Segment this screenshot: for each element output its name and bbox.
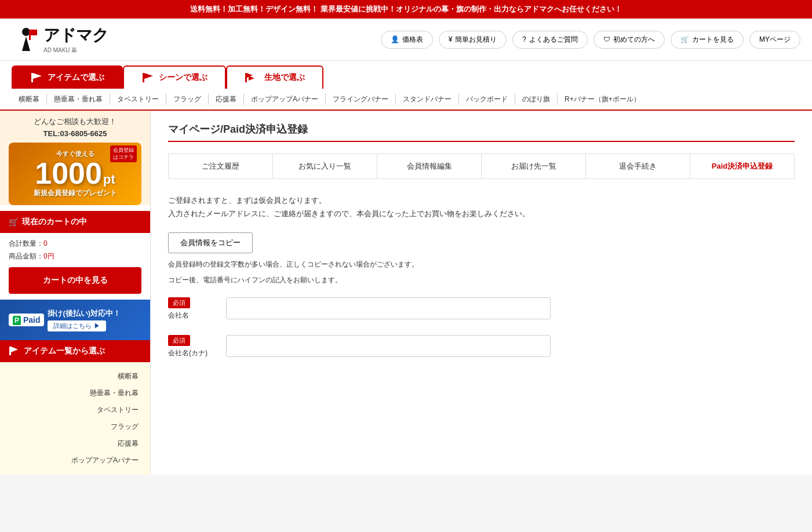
sidebar-items-section: アイテム一覧から選ぶ — [0, 340, 150, 362]
svg-rect-5 — [143, 73, 144, 82]
svg-marker-6 — [144, 73, 153, 79]
sidebar-item-kensui[interactable]: 懸垂幕・垂れ幕 — [0, 385, 150, 402]
logo-icon — [12, 25, 41, 54]
sub-nav-flying[interactable]: フライングバナー — [326, 93, 396, 105]
tab-paid[interactable]: Paid決済申込登録 — [690, 154, 794, 178]
cart-button[interactable]: 🛒 カートを見る — [671, 31, 744, 49]
tab-delivery[interactable]: お届け先一覧 — [482, 154, 586, 178]
sidebar-promo-header: どんなご相談も大歓迎！ TEL:03-6805-6625 今すぐ使える 1000… — [0, 111, 150, 205]
sidebar-item-flag[interactable]: フラッグ — [0, 418, 150, 435]
faq-button[interactable]: ? よくあるご質問 — [512, 31, 588, 49]
svg-rect-2 — [29, 30, 37, 35]
flag-icon-scene — [141, 72, 154, 83]
logo-area: アドマク AD MAKU 幕 — [12, 24, 108, 54]
field-label-company-kana: 会社名(カナ) — [168, 348, 207, 358]
logo-sub: AD MAKU 幕 — [43, 46, 108, 54]
cart-icon-sidebar: 🛒 — [9, 217, 19, 227]
page-title: マイページ/Paid決済申込登録 — [168, 122, 795, 142]
sidebar-item-tapestry[interactable]: タペストリー — [0, 402, 150, 418]
paid-banner: P Paid 掛け(後払い)対応中！ 詳細はこちら ▶ — [0, 300, 150, 340]
sidebar-items-list: 横断幕 懸垂幕・垂れ幕 タペストリー フラッグ 応援幕 ポップアップAバナー — [0, 362, 150, 475]
mypage-button[interactable]: MYページ — [749, 31, 800, 49]
copy-note1: 会員登録時の登録文字数が多い場合、正しくコピーされない場合がございます。 — [168, 259, 795, 270]
page-tabs: ご注文履歴 お気に入り一覧 会員情報編集 お届け先一覧 退会手続き Paid決済… — [168, 154, 795, 179]
sidebar-item-popup[interactable]: ポップアップAバナー — [0, 452, 150, 469]
svg-rect-7 — [245, 73, 247, 82]
intro-line1: ご登録されますと、まずは仮会員となります。 — [168, 194, 795, 207]
cart-qty-value: 0 — [43, 239, 48, 247]
cat-tab-scene[interactable]: シーンで選ぶ — [123, 65, 226, 89]
price-table-button[interactable]: 👤 価格表 — [381, 31, 433, 49]
promo-title: どんなご相談も大歓迎！ — [9, 116, 141, 127]
promo-pts: 1000 — [35, 158, 102, 188]
sub-nav-ouen[interactable]: 応援幕 — [209, 93, 244, 105]
promo-label: 新規会員登録でプレゼント — [14, 188, 136, 198]
svg-point-0 — [22, 28, 30, 36]
sub-nav-kensui[interactable]: 懸垂幕・垂れ幕 — [47, 93, 110, 105]
company-name-kana-input[interactable] — [226, 335, 551, 357]
flag-icon-items — [30, 72, 43, 83]
sub-nav: 横断幕 懸垂幕・垂れ幕 タペストリー フラッグ 応援幕 ポップアップAバナー フ… — [0, 89, 812, 110]
estimate-button[interactable]: ¥ 簡単お見積り — [439, 31, 507, 49]
field-company-name: 必須 会社名 — [168, 297, 795, 320]
cat-tab-items[interactable]: アイテムで選ぶ — [12, 65, 123, 89]
firsttime-button[interactable]: 🛡 初めての方へ — [593, 31, 665, 49]
required-badge-company-kana: 必須 — [168, 335, 190, 346]
promo-banner: 今すぐ使える 1000 pt 新規会員登録でプレゼント 会員登録はコチラ — [9, 143, 141, 205]
shield-icon: 🛡 — [603, 35, 610, 43]
copy-note2: コピー後、電話番号にハイフンの記入をお願いします。 — [168, 275, 795, 286]
cat-tab-fabric[interactable]: 生地で選ぶ — [226, 65, 323, 89]
content-area: マイページ/Paid決済申込登録 ご注文履歴 お気に入り一覧 会員情報編集 お届… — [151, 111, 812, 475]
view-cart-button[interactable]: カートの中を見る — [9, 267, 141, 294]
sub-nav-popup[interactable]: ポップアップAバナー — [244, 93, 326, 105]
paid-logo: P Paid — [9, 314, 44, 326]
field-company-name-kana: 必須 会社名(カナ) — [168, 335, 795, 358]
sub-nav-flag[interactable]: フラッグ — [166, 93, 209, 105]
company-name-input[interactable] — [226, 297, 551, 319]
sidebar-item-yokodan[interactable]: 横断幕 — [0, 368, 150, 385]
sub-nav-nobori[interactable]: のぼり旗 — [515, 93, 558, 105]
category-nav-wrapper: アイテムで選ぶ シーンで選ぶ 生地で選ぶ 横断幕 懸垂幕・垂れ幕 タペストリー … — [0, 61, 812, 111]
cart-icon: 🛒 — [680, 35, 689, 43]
sidebar: どんなご相談も大歓迎！ TEL:03-6805-6625 今すぐ使える 1000… — [0, 111, 151, 475]
copy-member-info-button[interactable]: 会員情報をコピー — [168, 232, 253, 253]
member-badge[interactable]: 会員登録はコチラ — [110, 145, 137, 162]
svg-marker-9 — [249, 76, 254, 81]
cart-price: 商品金額：0円 — [9, 252, 141, 261]
svg-rect-3 — [31, 73, 33, 82]
svg-marker-11 — [11, 347, 18, 352]
paid-text: 掛け(後払い)対応中！ — [48, 308, 121, 319]
top-banner: 送料無料！加工無料！デザイン無料！ 業界最安値に挑戦中！オリジナルの幕・旗の制作… — [0, 0, 812, 19]
promo-phone: TEL:03-6805-6625 — [9, 129, 141, 138]
cart-info: 合計数量：0 商品金額：0円 カートの中を見る — [0, 233, 150, 300]
cart-qty: 合計数量：0 — [9, 239, 141, 249]
tab-member-info[interactable]: 会員情報編集 — [377, 154, 482, 178]
sub-nav-backboard[interactable]: バックボード — [459, 93, 515, 105]
sidebar-item-ouen[interactable]: 応援幕 — [0, 435, 150, 452]
header-nav: 👤 価格表 ¥ 簡単お見積り ? よくあるご質問 🛡 初めての方へ 🛒 カートを… — [117, 31, 800, 49]
intro-line2: 入力されたメールアドレスに、ご連絡が届きますので、本会員になった上でお買い物をお… — [168, 207, 795, 220]
tab-withdraw[interactable]: 退会手続き — [586, 154, 690, 178]
form-intro: ご登録されますと、まずは仮会員となります。 入力されたメールアドレスに、ご連絡が… — [168, 194, 795, 221]
sub-nav-yokodan[interactable]: 横断幕 — [12, 93, 47, 105]
price-icon: 👤 — [391, 35, 399, 43]
svg-marker-4 — [33, 73, 42, 79]
svg-rect-10 — [9, 347, 11, 355]
main-layout: どんなご相談も大歓迎！ TEL:03-6805-6625 今すぐ使える 1000… — [0, 111, 812, 475]
category-tabs: アイテムで選ぶ シーンで選ぶ 生地で選ぶ — [0, 61, 812, 89]
tab-favorites[interactable]: お気に入り一覧 — [273, 154, 377, 178]
required-badge-company: 必須 — [168, 297, 190, 308]
sub-nav-stand[interactable]: スタンドバナー — [396, 93, 459, 105]
cart-section-header: 🛒 現在のカートの中 — [0, 211, 150, 233]
tab-order-history[interactable]: ご注文履歴 — [169, 154, 273, 178]
promo-pt-label: pt — [103, 172, 115, 187]
sidebar-flag-icon — [9, 347, 19, 356]
question-icon: ? — [522, 35, 526, 43]
field-label-company: 会社名 — [168, 311, 189, 320]
sub-nav-rpole[interactable]: R+バナー（旗+ポール） — [558, 93, 647, 105]
paid-details-link[interactable]: 詳細はこちら ▶ — [48, 320, 105, 331]
sub-nav-tapestry[interactable]: タペストリー — [110, 93, 166, 105]
flag-icon-fabric — [245, 72, 260, 83]
logo-text: アドマク — [43, 24, 108, 46]
yen-icon: ¥ — [449, 35, 453, 43]
